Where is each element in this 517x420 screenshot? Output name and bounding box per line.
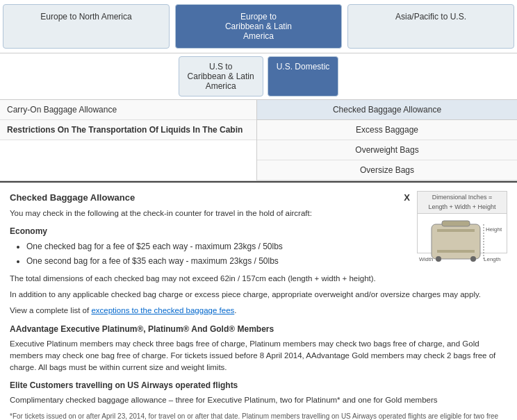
content-title: Checked Baggage Allowance X [10,191,410,205]
close-button[interactable]: X [404,191,410,205]
svg-rect-1 [442,221,470,226]
tab-europe-caribbean[interactable]: Europe toCaribbean & LatinAmerica [175,4,342,49]
tabs-row2: U.S toCaribbean & LatinAmerica U.S. Dome… [0,53,517,100]
aadvantage-para: Executive Platinum members may check thr… [10,338,507,374]
svg-text:Height: Height [486,226,502,233]
elite-header: Elite Customers travelling on US Airways… [10,379,507,392]
nav-excess-baggage[interactable]: Excess Baggage [257,120,517,140]
svg-point-5 [470,256,476,262]
left-nav-panel: Carry-On Baggage Allowance Restrictions … [0,100,257,180]
charges-para: In addition to any applicable checked ba… [10,289,507,301]
baggage-diagram: Dimensional Inches =Length + Width + Hei… [417,191,507,253]
svg-text:Length: Length [484,256,500,262]
content-area: Dimensional Inches =Length + Width + Hei… [0,181,517,420]
baggage-image-title: Dimensional Inches =Length + Width + Hei… [418,192,507,214]
nav-overweight-bags[interactable]: Overweight Bags [257,140,517,160]
baggage-image-graphic: Height Width Length [418,214,507,264]
aadvantage-header: AAdvantage Executive Platinum®, Platinum… [10,323,507,335]
tab-us-domestic[interactable]: U.S. Domestic [268,56,339,96]
svg-text:Width: Width [419,256,433,262]
dimensions-para: The total dimensions of each checked bag… [10,273,507,285]
exceptions-link[interactable]: exceptions to the checked baggage fees [91,306,234,314]
svg-rect-2 [437,229,475,232]
nav-oversize-bags[interactable]: Oversize Bags [257,160,517,180]
right-nav-panel: Checked Baggage Allowance Excess Baggage… [257,100,517,180]
checked-baggage-header: Checked Baggage Allowance [257,100,517,120]
elite-para: Complimentary checked baggage allowance … [10,394,507,406]
exceptions-link-para: View a complete list of exceptions to th… [10,305,507,317]
tab-europe-north-america[interactable]: Europe to North America [3,4,170,49]
tabs-row1: Europe to North America Europe toCaribbe… [0,0,517,53]
svg-rect-3 [437,250,475,253]
sub-navigation: Carry-On Baggage Allowance Restrictions … [0,100,517,181]
fine-print-1: *For tickets issued on or after April 23… [10,411,507,421]
tab-us-caribbean[interactable]: U.S toCaribbean & LatinAmerica [179,56,263,96]
nav-carry-on[interactable]: Carry-On Baggage Allowance [0,100,256,120]
tab-asia-pacific[interactable]: Asia/Pacific to U.S. [347,4,514,49]
svg-point-4 [436,256,441,262]
nav-liquids[interactable]: Restrictions On The Transportation Of Li… [0,120,256,140]
